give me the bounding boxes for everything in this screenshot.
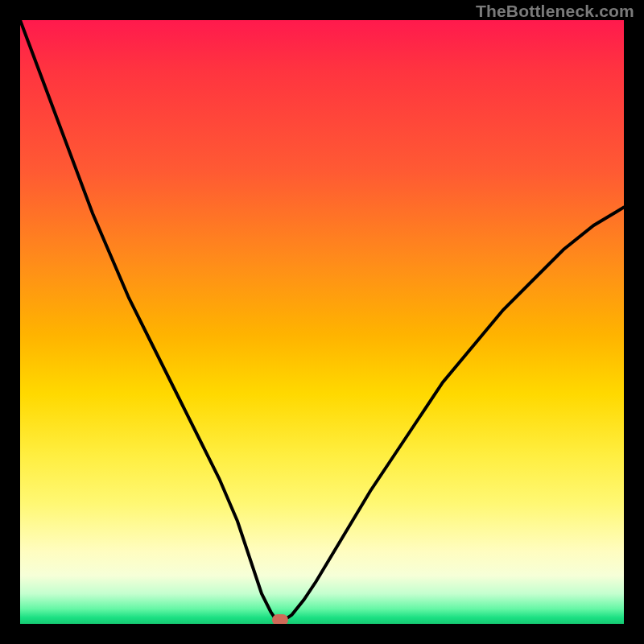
bottleneck-curve (20, 20, 624, 624)
optimum-marker (272, 614, 288, 624)
chart-frame: TheBottleneck.com (0, 0, 644, 644)
watermark-text: TheBottleneck.com (476, 2, 634, 21)
plot-area (20, 20, 624, 624)
